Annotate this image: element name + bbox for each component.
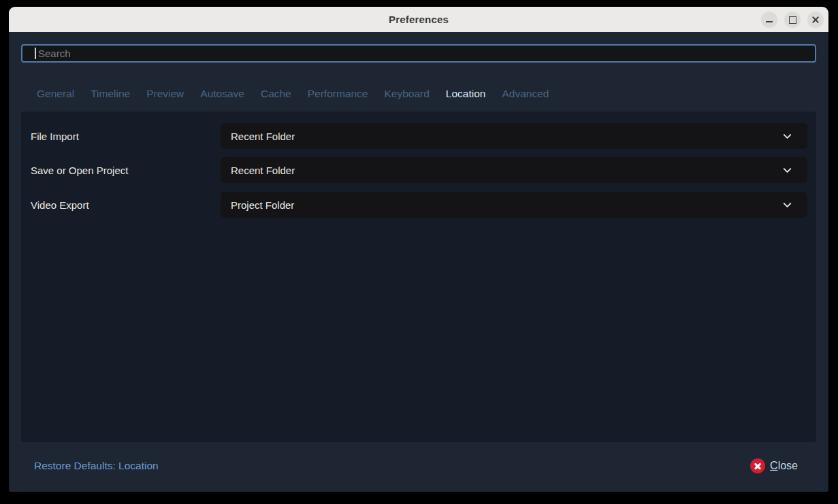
titlebar[interactable]: Preferences: [9, 7, 828, 32]
tab-performance[interactable]: Performance: [308, 85, 368, 103]
tab-keyboard[interactable]: Keyboard: [384, 85, 429, 103]
setting-row-video-export: Video Export Project Folder: [21, 192, 816, 218]
close-button-label: Close: [770, 460, 798, 472]
file-import-label: File Import: [31, 131, 79, 142]
preferences-window: Preferences General Timeline Preview Aut…: [9, 7, 828, 492]
maximize-icon[interactable]: [784, 12, 801, 28]
tab-location[interactable]: Location: [446, 85, 486, 103]
settings-panel: File Import Recent Folder Save or Open P…: [21, 112, 816, 442]
window-title: Preferences: [9, 14, 828, 25]
file-import-dropdown[interactable]: Recent Folder: [221, 123, 807, 149]
save-open-project-dropdown[interactable]: Recent Folder: [221, 157, 807, 183]
dialog-footer: Restore Defaults: Location Close: [9, 442, 828, 492]
chevron-down-icon: [781, 164, 794, 177]
tab-timeline[interactable]: Timeline: [91, 85, 130, 103]
window-controls: [761, 7, 824, 32]
tab-advanced[interactable]: Advanced: [502, 85, 549, 103]
close-x-icon: [750, 458, 765, 473]
restore-defaults-button[interactable]: Restore Defaults: Location: [34, 460, 159, 472]
video-export-value: Project Folder: [231, 199, 294, 211]
file-import-value: Recent Folder: [231, 131, 295, 142]
video-export-label: Video Export: [31, 199, 89, 211]
video-export-dropdown[interactable]: Project Folder: [221, 192, 807, 218]
save-open-project-value: Recent Folder: [231, 165, 295, 176]
close-dialog-button[interactable]: Close: [750, 458, 798, 473]
minimize-icon[interactable]: [761, 12, 777, 28]
tab-autosave[interactable]: Autosave: [200, 85, 244, 103]
search-field-container: [21, 44, 816, 63]
tab-bar: General Timeline Preview Autosave Cache …: [37, 85, 549, 103]
chevron-down-icon: [781, 130, 794, 143]
chevron-down-icon: [781, 199, 794, 212]
setting-row-save-open-project: Save or Open Project Recent Folder: [21, 157, 816, 183]
desktop-background: Preferences General Timeline Preview Aut…: [0, 0, 838, 504]
tab-preview[interactable]: Preview: [146, 85, 184, 103]
close-window-icon[interactable]: [807, 12, 824, 28]
save-open-project-label: Save or Open Project: [31, 165, 128, 176]
setting-row-file-import: File Import Recent Folder: [21, 123, 816, 149]
search-input[interactable]: [21, 44, 816, 63]
tab-cache[interactable]: Cache: [261, 85, 291, 103]
tab-general[interactable]: General: [37, 85, 74, 103]
